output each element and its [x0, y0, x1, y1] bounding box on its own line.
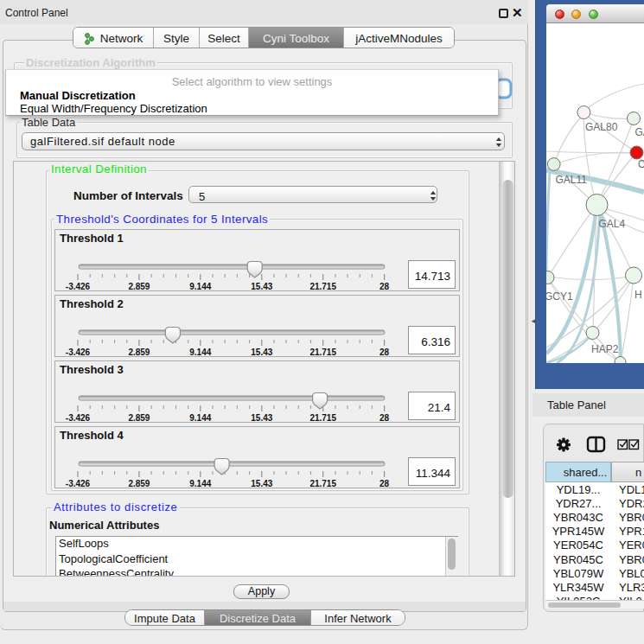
svg-text:21.715: 21.715 [309, 348, 336, 357]
svg-text:21.715: 21.715 [309, 479, 336, 488]
svg-text:-3.426: -3.426 [66, 413, 91, 423]
svg-text:28: 28 [379, 282, 390, 291]
svg-text:28: 28 [379, 413, 390, 423]
svg-text:2.859: 2.859 [128, 282, 150, 291]
svg-text:15.43: 15.43 [251, 413, 272, 423]
svg-text:15.43: 15.43 [251, 282, 272, 291]
svg-text:28: 28 [379, 479, 390, 488]
svg-text:-3.426: -3.426 [66, 348, 91, 357]
svg-text:-3.426: -3.426 [66, 282, 91, 291]
svg-text:GCY1: GCY1 [546, 290, 573, 303]
svg-text:2.859: 2.859 [128, 479, 150, 488]
svg-text:GA: GA [635, 126, 644, 138]
svg-text:9.144: 9.144 [189, 348, 211, 357]
svg-text:HAP2: HAP2 [591, 343, 619, 355]
svg-text:21.715: 21.715 [309, 413, 336, 423]
svg-text:C.: C. [638, 158, 644, 170]
svg-text:-3.426: -3.426 [66, 479, 91, 488]
svg-text:9.144: 9.144 [189, 479, 211, 488]
svg-text:21.715: 21.715 [309, 282, 336, 291]
svg-text:15.43: 15.43 [251, 348, 272, 357]
svg-text:9.144: 9.144 [189, 282, 211, 291]
svg-text:28: 28 [379, 348, 390, 357]
svg-text:9.144: 9.144 [189, 413, 211, 423]
svg-text:GAL80: GAL80 [585, 121, 618, 133]
svg-text:GAL4: GAL4 [599, 218, 626, 230]
svg-text:2.859: 2.859 [128, 348, 150, 357]
svg-text:GAL11: GAL11 [556, 174, 588, 186]
svg-text:15.43: 15.43 [251, 479, 272, 488]
svg-text:2.859: 2.859 [128, 413, 150, 423]
svg-text:H: H [634, 289, 642, 301]
